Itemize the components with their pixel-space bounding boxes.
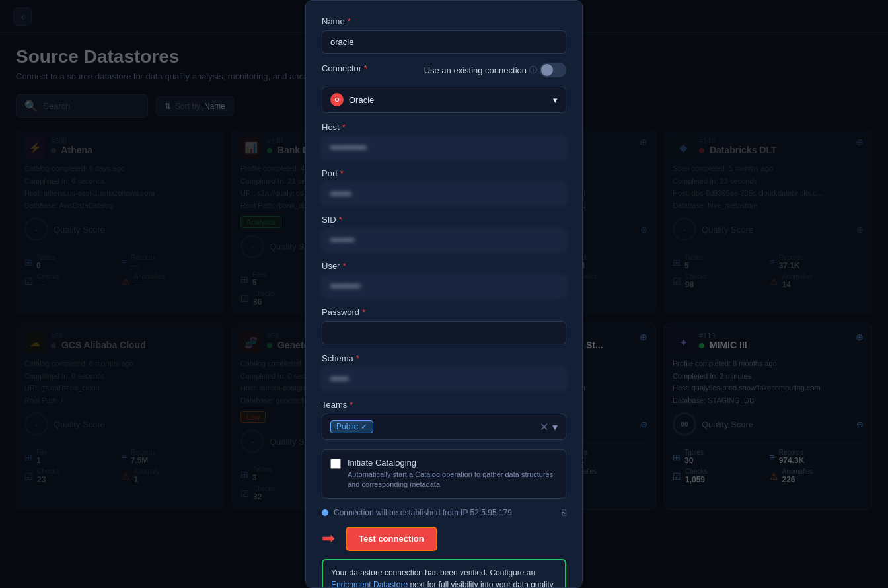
test-row: ➡ Test connection <box>322 527 566 551</box>
info-icon[interactable]: ⓘ <box>529 65 537 76</box>
use-existing-label: Use an existing connection <box>424 65 527 75</box>
required-star-schema: * <box>356 353 359 363</box>
public-tag-icon: ✓ <box>361 422 367 431</box>
datastore-modal: Name * Connector * Use an existing conne… <box>305 0 583 588</box>
connector-select[interactable]: O Oracle ▾ <box>322 87 566 113</box>
teams-select[interactable]: Public ✓ ✕ ▾ <box>322 414 566 440</box>
public-tag-label: Public <box>336 422 358 431</box>
name-input[interactable] <box>322 30 566 54</box>
required-star-teams: * <box>350 400 353 410</box>
connector-select-left: O Oracle <box>330 93 374 106</box>
connector-label: Connector * <box>322 63 367 73</box>
teams-select-right: ✕ ▾ <box>540 421 558 433</box>
required-star-host: * <box>342 122 346 132</box>
success-message: Your datastore connection has been verif… <box>322 559 566 588</box>
initiate-title: Initiate Cataloging <box>348 458 558 468</box>
required-star-port: * <box>340 168 344 178</box>
initiate-cataloging: Initiate Cataloging Automatically start … <box>322 449 566 499</box>
oracle-logo: O <box>330 93 344 106</box>
port-field: Port * <box>322 168 566 205</box>
success-text: Your datastore connection has been verif… <box>331 568 554 588</box>
use-existing-group: Use an existing connection ⓘ <box>424 63 566 77</box>
password-label: Password * <box>322 307 566 317</box>
initiate-text: Initiate Cataloging Automatically start … <box>348 458 558 490</box>
host-field: Host * <box>322 122 566 159</box>
required-star-sid: * <box>339 215 342 225</box>
required-star-connector: * <box>364 63 367 73</box>
sid-label: SID * <box>322 215 566 225</box>
port-input[interactable] <box>322 182 566 205</box>
use-existing-toggle[interactable] <box>540 63 566 77</box>
chevron-down-icon: ▾ <box>552 421 558 433</box>
clear-icon[interactable]: ✕ <box>540 421 548 433</box>
teams-select-left: Public ✓ <box>330 420 373 433</box>
toggle-knob <box>541 64 553 76</box>
required-star-password: * <box>362 307 365 317</box>
port-label: Port * <box>322 168 566 178</box>
connector-select-field: O Oracle ▾ <box>322 87 566 113</box>
user-field: User * <box>322 261 566 298</box>
schema-input[interactable] <box>322 367 566 390</box>
sid-field: SID * <box>322 215 566 252</box>
public-tag: Public ✓ <box>330 420 373 433</box>
password-input[interactable] <box>322 321 566 344</box>
connection-info: Connection will be established from IP 5… <box>322 508 566 517</box>
schema-label: Schema * <box>322 353 566 363</box>
user-label: User * <box>322 261 566 271</box>
host-input[interactable] <box>322 136 566 159</box>
arrow-indicator: ➡ <box>322 529 335 548</box>
connector-row: Connector * Use an existing connection ⓘ <box>322 63 566 77</box>
required-star-user: * <box>342 261 346 271</box>
host-label: Host * <box>322 122 566 132</box>
test-connection-button[interactable]: Test connection <box>346 527 437 551</box>
sid-input[interactable] <box>322 229 566 252</box>
chevron-down-icon: ▾ <box>553 95 558 105</box>
initiate-checkbox[interactable] <box>330 459 341 469</box>
connector-value: Oracle <box>349 95 374 105</box>
name-label: Name * <box>322 17 566 26</box>
user-input[interactable] <box>322 275 566 298</box>
required-star: * <box>348 17 351 26</box>
conn-info-text: Connection will be established from IP 5… <box>334 508 512 517</box>
teams-label: Teams * <box>322 400 566 410</box>
copy-icon[interactable]: ⎘ <box>562 508 566 517</box>
teams-field: Teams * Public ✓ ✕ ▾ <box>322 400 566 440</box>
schema-field: Schema * <box>322 353 566 390</box>
initiate-desc: Automatically start a Catalog operation … <box>348 470 558 490</box>
password-field: Password * <box>322 307 566 344</box>
name-field: Name * <box>322 17 566 54</box>
conn-dot <box>322 509 328 516</box>
